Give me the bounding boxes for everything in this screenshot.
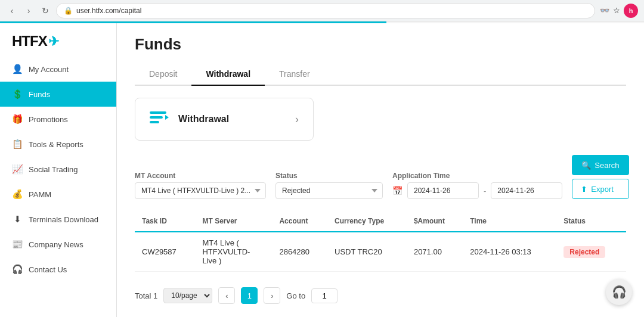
export-icon: ⬆ <box>581 185 587 194</box>
status-select[interactable]: AllPendingApprovedRejected <box>275 182 383 199</box>
headphone-icon: 🎧 <box>612 285 627 299</box>
promotions-icon: 🎁 <box>12 114 23 125</box>
mt-account-label: MT Account <box>135 172 266 180</box>
url-bar[interactable]: 🔒 user.htfx.com/capital <box>56 3 595 18</box>
table-header: Task IDMT ServerAccountCurrency Type$Amo… <box>135 211 626 232</box>
star-icon[interactable]: ☆ <box>613 6 620 15</box>
calendar-icon: 📅 <box>392 186 402 195</box>
page-1-button[interactable]: 1 <box>241 287 258 304</box>
search-icon: 🔍 <box>581 161 591 170</box>
forward-button[interactable]: › <box>23 5 35 17</box>
amount-cell: 2071.00 <box>407 232 463 272</box>
app-time-label: Application Time <box>392 172 562 180</box>
withdrawal-card[interactable]: Withdrawal › <box>135 98 314 141</box>
date-separator: - <box>484 187 486 195</box>
app-container: HTFX✈ 👤 My Account💲 Funds🎁 Promotions📋 T… <box>0 23 644 317</box>
funds-icon: 💲 <box>12 89 23 100</box>
browser-icons: 👓 ☆ h <box>600 4 638 18</box>
status-badge: Rejected <box>564 246 605 258</box>
status-label: Status <box>275 172 383 180</box>
time-cell: 2024-11-26 03:13 <box>463 232 556 272</box>
next-page-button[interactable]: › <box>264 287 280 304</box>
search-button[interactable]: 🔍 Search <box>572 155 628 175</box>
contact-us-icon: 🎧 <box>12 264 23 275</box>
goto-input[interactable] <box>311 288 338 303</box>
col-currency-type: Currency Type <box>327 211 407 232</box>
sidebar-item-contact-us[interactable]: 🎧 Contact Us <box>0 257 116 282</box>
svg-rect-2 <box>150 121 159 123</box>
reload-button[interactable]: ↻ <box>39 5 51 17</box>
sidebar-item-tools-reports[interactable]: 📋 Tools & Reports <box>0 132 116 157</box>
tabs-row: DepositWithdrawalTransfer <box>135 63 626 86</box>
prev-page-button[interactable]: ‹ <box>218 287 235 304</box>
sidebar-label-funds: Funds <box>29 90 50 99</box>
lock-icon: 🔒 <box>64 7 73 15</box>
sidebar-label-my-account: My Account <box>29 65 69 74</box>
page-title: Funds <box>135 35 626 54</box>
page-size-select[interactable]: 10/page <box>163 288 212 303</box>
withdrawal-label: Withdrawal <box>178 114 286 125</box>
sidebar-item-terminals-download[interactable]: ⬇ Terminals Download <box>0 207 116 232</box>
sidebar-logo: HTFX✈ <box>0 23 116 57</box>
date-range: 📅 - <box>392 182 562 199</box>
back-button[interactable]: ‹ <box>6 5 18 17</box>
filters-row: MT Account MT4 Live ( HTFXVULTD-Live ) 2… <box>135 155 626 199</box>
tab-transfer[interactable]: Transfer <box>265 63 324 86</box>
url-text: user.htfx.com/capital <box>76 7 587 15</box>
tab-deposit[interactable]: Deposit <box>135 63 191 86</box>
pamm-icon: 💰 <box>12 189 23 200</box>
sidebar-item-pamm[interactable]: 💰 PAMM <box>0 182 116 207</box>
sidebar-nav: 👤 My Account💲 Funds🎁 Promotions📋 Tools &… <box>0 57 116 282</box>
date-filter: Application Time 📅 - <box>392 172 562 199</box>
sidebar-label-tools-reports: Tools & Reports <box>29 140 83 149</box>
tools-reports-icon: 📋 <box>12 139 23 150</box>
withdrawal-chevron-icon: › <box>295 113 299 126</box>
col-task-id: Task ID <box>135 211 195 232</box>
sidebar-label-promotions: Promotions <box>29 115 68 124</box>
my-account-icon: 👤 <box>12 64 23 74</box>
tab-withdrawal[interactable]: Withdrawal <box>191 63 265 86</box>
company-news-icon: 📰 <box>12 239 23 250</box>
sidebar: HTFX✈ 👤 My Account💲 Funds🎁 Promotions📋 T… <box>0 23 117 317</box>
table-body: CW29587MT4 Live ( HTFXVULTD- Live )28642… <box>135 232 626 272</box>
main-content: Funds DepositWithdrawalTransfer Withdraw… <box>117 23 644 317</box>
goto-label: Go to <box>286 291 305 300</box>
svg-marker-3 <box>165 115 169 120</box>
action-buttons: 🔍 Search ⬆ Export <box>572 155 628 199</box>
sidebar-item-funds[interactable]: 💲 Funds <box>0 82 116 107</box>
sidebar-item-my-account[interactable]: 👤 My Account <box>0 57 116 82</box>
date-from-input[interactable] <box>407 182 479 199</box>
user-avatar[interactable]: h <box>624 4 638 18</box>
table-row: CW29587MT4 Live ( HTFXVULTD- Live )28642… <box>135 232 626 272</box>
sidebar-label-pamm: PAMM <box>29 190 51 199</box>
col-account: Account <box>272 211 327 232</box>
withdrawals-table: Task IDMT ServerAccountCurrency Type$Amo… <box>135 211 626 272</box>
col-mt-server: MT Server <box>195 211 272 232</box>
mt-account-select[interactable]: MT4 Live ( HTFXVULTD-Live ) 2... <box>135 182 266 199</box>
sidebar-item-social-trading[interactable]: 📈 Social Trading <box>0 157 116 182</box>
sidebar-label-contact-us: Contact Us <box>29 265 67 274</box>
status-filter: Status AllPendingApprovedRejected <box>275 172 383 199</box>
social-trading-icon: 📈 <box>12 164 23 175</box>
col-time: Time <box>463 211 556 232</box>
sidebar-label-company-news: Company News <box>29 240 83 249</box>
terminals-download-icon: ⬇ <box>12 214 23 225</box>
glasses-icon: 👓 <box>600 6 609 15</box>
svg-rect-1 <box>150 116 163 119</box>
browser-chrome: ‹ › ↻ 🔒 user.htfx.com/capital 👓 ☆ h <box>0 0 644 21</box>
mt-server-cell: MT4 Live ( HTFXVULTD- Live ) <box>195 232 272 272</box>
sidebar-label-terminals-download: Terminals Download <box>29 215 98 224</box>
sidebar-label-social-trading: Social Trading <box>29 165 78 174</box>
sidebar-item-company-news[interactable]: 📰 Company News <box>0 232 116 257</box>
sidebar-item-promotions[interactable]: 🎁 Promotions <box>0 107 116 132</box>
support-fab[interactable]: 🎧 <box>606 279 632 305</box>
status-cell: Rejected <box>556 232 626 272</box>
currency-type-cell: USDT TRC20 <box>327 232 407 272</box>
col--amount: $Amount <box>407 211 463 232</box>
task-id-cell: CW29587 <box>135 232 195 272</box>
pagination-row: Total 1 10/page ‹ 1 › Go to <box>135 281 626 310</box>
export-button[interactable]: ⬆ Export <box>572 179 628 199</box>
svg-rect-0 <box>150 111 166 114</box>
date-to-input[interactable] <box>491 182 562 199</box>
mt-account-filter: MT Account MT4 Live ( HTFXVULTD-Live ) 2… <box>135 172 266 199</box>
